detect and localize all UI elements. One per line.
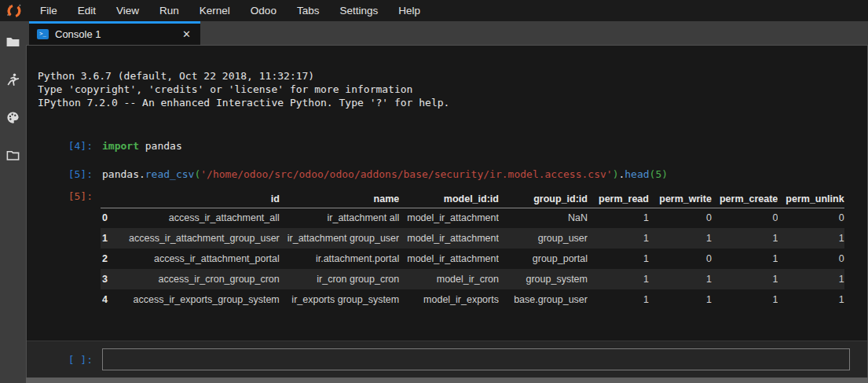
console-input-area: [ ]: [27,341,867,377]
input-cell-5: [5]: pandas.read_csv('/home/odoo/src/odo… [27,168,867,180]
table-cell: access_ir_attachment_group_user [121,228,280,249]
table-cell: ir_attachment all [280,208,399,228]
table-cell: model_ir_cron [399,269,499,289]
code-token: head [624,168,649,180]
table-row: 2access_ir_attachment_portalir.attachmen… [101,249,844,269]
table-cell: ir_cron group_cron [280,269,399,289]
code-token: '/home/odoo/src/odoo/odoo/addons/base/se… [200,168,612,180]
code-line: import pandas [102,140,182,152]
menu-item-file[interactable]: File [30,0,68,21]
code-token: . [139,168,145,180]
bottom-strip [26,377,868,383]
input-prompt: [4]: [27,140,93,152]
table-cell: model_ir_attachment [399,249,499,269]
table-cell: 1 [588,249,649,269]
table-cell: access_ir_exports_group_system [121,289,280,310]
table-cell: 1 [649,228,712,249]
table-cell: 1 [712,249,778,269]
odoo-sh-logo [5,2,23,20]
table-cell: 1 [588,228,649,249]
code-token: ) [661,168,668,180]
running-sessions-icon[interactable] [5,72,20,87]
menu-items: FileEditViewRunKernelOdooTabsSettingsHel… [30,0,430,21]
table-cell: 4 [101,289,121,310]
table-cell: 1 [712,228,778,249]
table-cell: group_portal [499,249,588,269]
table-cell: 1 [588,269,649,289]
table-cell: 0 [649,208,712,228]
table-header-cell: perm_unlink [778,190,844,208]
table-row: 3access_ir_cron_group_cronir_cron group_… [101,269,844,289]
left-sidebar [0,21,26,383]
code-token: pandas [139,140,182,152]
tab-bar: >_ Console 1 ✕ [26,21,868,45]
output-cell-5: [5]: idnamemodel_id:idgroup_id:idperm_re… [27,190,867,310]
command-palette-icon[interactable] [5,110,20,125]
banner-line: Python 3.6.7 (default, Oct 22 2018, 11:3… [38,69,867,83]
table-cell: 1 [588,208,649,228]
menu-bar: FileEditViewRunKernelOdooTabsSettingsHel… [0,0,868,21]
table-cell: 0 [712,208,778,228]
menu-item-odoo[interactable]: Odoo [240,0,287,21]
table-cell: 1 [649,289,712,310]
table-cell: access_ir_attachment_portal [121,249,280,269]
table-cell: ir.attachment.portal [280,249,399,269]
menu-item-help[interactable]: Help [388,0,430,21]
table-cell: model_ir_exports [399,289,499,310]
menu-item-run[interactable]: Run [149,0,189,21]
dataframe-output: idnamemodel_id:idgroup_id:idperm_readper… [101,190,844,310]
table-cell: group_user [499,228,588,249]
table-header-cell [101,190,121,208]
console-code-input[interactable] [102,348,850,370]
input-prompt: [5]: [27,168,93,180]
code-token: import [102,140,139,152]
table-header-cell: perm_write [649,190,712,208]
table-row: 1access_ir_attachment_group_userir_attac… [101,228,844,249]
table-header-cell: perm_read [588,190,649,208]
table-cell: 3 [101,269,121,289]
banner-line: Type 'copyright', 'credits' or 'license'… [38,83,867,96]
table-cell: 1 [649,269,712,289]
table-cell: 1 [712,289,778,310]
table-cell: base.group_user [499,289,588,310]
table-cell: 1 [778,269,844,289]
table-header-cell: group_id:id [499,190,588,208]
menu-item-tabs[interactable]: Tabs [287,0,330,21]
table-cell: 1 [712,269,778,289]
code-line: pandas.read_csv('/home/odoo/src/odoo/odo… [102,168,668,180]
file-browser-icon[interactable] [5,35,20,50]
table-header-cell: model_id:id [399,190,499,208]
tab-console-1[interactable]: >_ Console 1 ✕ [29,21,200,45]
table-row: 0access_ir_attachment_allir_attachment a… [101,208,844,228]
table-cell: model_ir_attachment [399,228,499,249]
table-header-cell: id [121,190,280,208]
table-header-cell: name [280,190,399,208]
table-header-row: idnamemodel_id:idgroup_id:idperm_readper… [101,190,844,208]
table-cell: 0 [778,249,844,269]
table-cell: 0 [101,208,121,228]
tab-label: Console 1 [55,28,181,40]
table-cell: 1 [778,228,844,249]
open-tabs-icon[interactable] [5,148,20,163]
menu-item-kernel[interactable]: Kernel [189,0,240,21]
menu-item-edit[interactable]: Edit [68,0,106,21]
close-icon[interactable]: ✕ [181,28,192,40]
console-history: Python 3.6.7 (default, Oct 22 2018, 11:3… [27,46,867,341]
output-prompt: [5]: [27,190,93,310]
table-cell: ir_exports group_system [280,289,399,310]
table-cell: model_ir_attachment [399,208,499,228]
menu-item-view[interactable]: View [106,0,149,21]
table-cell: NaN [499,208,588,228]
table-cell: group_system [499,269,588,289]
python-banner: Python 3.6.7 (default, Oct 22 2018, 11:3… [38,69,867,109]
table-header-cell: perm_create [712,190,778,208]
menu-item-settings[interactable]: Settings [329,0,388,21]
banner-line: IPython 7.2.0 -- An enhanced Interactive… [38,96,867,109]
table-cell: ir_attachment group_user [280,228,399,249]
table-cell: 1 [101,228,121,249]
code-token: pandas [102,168,139,180]
table-row: 4access_ir_exports_group_systemir_export… [101,289,844,310]
table-cell: access_ir_attachment_all [121,208,280,228]
table-cell: 1 [778,289,844,310]
table-cell: 2 [101,249,121,269]
